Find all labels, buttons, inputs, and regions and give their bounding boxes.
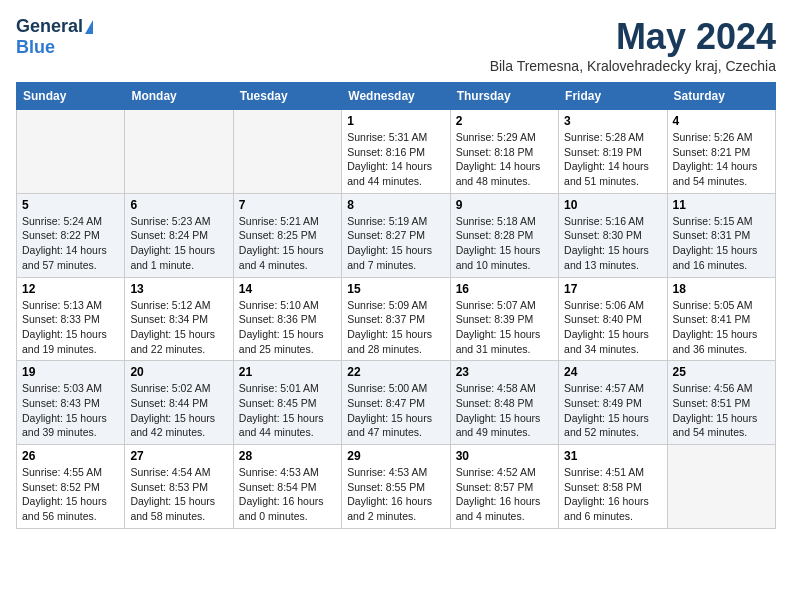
calendar-cell: 18Sunrise: 5:05 AM Sunset: 8:41 PM Dayli… [667, 277, 775, 361]
day-info: Sunrise: 4:55 AM Sunset: 8:52 PM Dayligh… [22, 465, 119, 524]
calendar-cell: 28Sunrise: 4:53 AM Sunset: 8:54 PM Dayli… [233, 445, 341, 529]
day-info: Sunrise: 5:13 AM Sunset: 8:33 PM Dayligh… [22, 298, 119, 357]
day-info: Sunrise: 4:58 AM Sunset: 8:48 PM Dayligh… [456, 381, 553, 440]
day-number: 19 [22, 365, 119, 379]
logo-blue-text: Blue [16, 37, 55, 58]
day-number: 29 [347, 449, 444, 463]
calendar-cell: 30Sunrise: 4:52 AM Sunset: 8:57 PM Dayli… [450, 445, 558, 529]
day-number: 5 [22, 198, 119, 212]
day-info: Sunrise: 5:02 AM Sunset: 8:44 PM Dayligh… [130, 381, 227, 440]
day-number: 22 [347, 365, 444, 379]
logo-triangle-icon [85, 20, 93, 34]
calendar-cell: 26Sunrise: 4:55 AM Sunset: 8:52 PM Dayli… [17, 445, 125, 529]
day-info: Sunrise: 5:21 AM Sunset: 8:25 PM Dayligh… [239, 214, 336, 273]
day-number: 15 [347, 282, 444, 296]
day-number: 3 [564, 114, 661, 128]
day-info: Sunrise: 4:53 AM Sunset: 8:55 PM Dayligh… [347, 465, 444, 524]
calendar-cell: 17Sunrise: 5:06 AM Sunset: 8:40 PM Dayli… [559, 277, 667, 361]
weekday-header-thursday: Thursday [450, 83, 558, 110]
day-info: Sunrise: 5:12 AM Sunset: 8:34 PM Dayligh… [130, 298, 227, 357]
calendar-cell: 1Sunrise: 5:31 AM Sunset: 8:16 PM Daylig… [342, 110, 450, 194]
calendar-cell: 31Sunrise: 4:51 AM Sunset: 8:58 PM Dayli… [559, 445, 667, 529]
calendar-cell [17, 110, 125, 194]
title-section: May 2024 Bila Tremesna, Kralovehradecky … [490, 16, 776, 74]
weekday-header-monday: Monday [125, 83, 233, 110]
day-info: Sunrise: 5:03 AM Sunset: 8:43 PM Dayligh… [22, 381, 119, 440]
logo-general-text: General [16, 16, 83, 37]
day-number: 16 [456, 282, 553, 296]
day-info: Sunrise: 5:09 AM Sunset: 8:37 PM Dayligh… [347, 298, 444, 357]
weekday-header-friday: Friday [559, 83, 667, 110]
day-number: 25 [673, 365, 770, 379]
day-number: 9 [456, 198, 553, 212]
calendar-cell [233, 110, 341, 194]
day-info: Sunrise: 5:26 AM Sunset: 8:21 PM Dayligh… [673, 130, 770, 189]
day-info: Sunrise: 5:28 AM Sunset: 8:19 PM Dayligh… [564, 130, 661, 189]
calendar-cell: 20Sunrise: 5:02 AM Sunset: 8:44 PM Dayli… [125, 361, 233, 445]
day-number: 14 [239, 282, 336, 296]
day-number: 8 [347, 198, 444, 212]
day-number: 30 [456, 449, 553, 463]
logo: General Blue [16, 16, 93, 58]
day-info: Sunrise: 4:56 AM Sunset: 8:51 PM Dayligh… [673, 381, 770, 440]
calendar-cell: 21Sunrise: 5:01 AM Sunset: 8:45 PM Dayli… [233, 361, 341, 445]
calendar-week-row: 19Sunrise: 5:03 AM Sunset: 8:43 PM Dayli… [17, 361, 776, 445]
calendar-cell: 24Sunrise: 4:57 AM Sunset: 8:49 PM Dayli… [559, 361, 667, 445]
calendar-cell: 15Sunrise: 5:09 AM Sunset: 8:37 PM Dayli… [342, 277, 450, 361]
month-title: May 2024 [490, 16, 776, 58]
day-info: Sunrise: 5:19 AM Sunset: 8:27 PM Dayligh… [347, 214, 444, 273]
day-info: Sunrise: 5:16 AM Sunset: 8:30 PM Dayligh… [564, 214, 661, 273]
calendar-cell: 23Sunrise: 4:58 AM Sunset: 8:48 PM Dayli… [450, 361, 558, 445]
calendar-cell: 3Sunrise: 5:28 AM Sunset: 8:19 PM Daylig… [559, 110, 667, 194]
day-number: 24 [564, 365, 661, 379]
weekday-header-tuesday: Tuesday [233, 83, 341, 110]
day-info: Sunrise: 5:00 AM Sunset: 8:47 PM Dayligh… [347, 381, 444, 440]
calendar-cell: 5Sunrise: 5:24 AM Sunset: 8:22 PM Daylig… [17, 193, 125, 277]
calendar-cell: 19Sunrise: 5:03 AM Sunset: 8:43 PM Dayli… [17, 361, 125, 445]
day-info: Sunrise: 5:24 AM Sunset: 8:22 PM Dayligh… [22, 214, 119, 273]
location-subtitle: Bila Tremesna, Kralovehradecky kraj, Cze… [490, 58, 776, 74]
calendar-cell: 4Sunrise: 5:26 AM Sunset: 8:21 PM Daylig… [667, 110, 775, 194]
calendar-cell: 10Sunrise: 5:16 AM Sunset: 8:30 PM Dayli… [559, 193, 667, 277]
calendar-cell: 7Sunrise: 5:21 AM Sunset: 8:25 PM Daylig… [233, 193, 341, 277]
calendar-cell: 9Sunrise: 5:18 AM Sunset: 8:28 PM Daylig… [450, 193, 558, 277]
day-number: 18 [673, 282, 770, 296]
day-number: 6 [130, 198, 227, 212]
calendar-cell: 11Sunrise: 5:15 AM Sunset: 8:31 PM Dayli… [667, 193, 775, 277]
weekday-header-saturday: Saturday [667, 83, 775, 110]
calendar-week-row: 1Sunrise: 5:31 AM Sunset: 8:16 PM Daylig… [17, 110, 776, 194]
day-number: 10 [564, 198, 661, 212]
calendar-cell: 27Sunrise: 4:54 AM Sunset: 8:53 PM Dayli… [125, 445, 233, 529]
day-number: 7 [239, 198, 336, 212]
day-number: 28 [239, 449, 336, 463]
day-info: Sunrise: 4:53 AM Sunset: 8:54 PM Dayligh… [239, 465, 336, 524]
day-number: 12 [22, 282, 119, 296]
calendar-cell: 6Sunrise: 5:23 AM Sunset: 8:24 PM Daylig… [125, 193, 233, 277]
weekday-header-row: SundayMondayTuesdayWednesdayThursdayFrid… [17, 83, 776, 110]
day-info: Sunrise: 5:10 AM Sunset: 8:36 PM Dayligh… [239, 298, 336, 357]
day-info: Sunrise: 4:52 AM Sunset: 8:57 PM Dayligh… [456, 465, 553, 524]
calendar-cell: 22Sunrise: 5:00 AM Sunset: 8:47 PM Dayli… [342, 361, 450, 445]
weekday-header-sunday: Sunday [17, 83, 125, 110]
day-info: Sunrise: 5:01 AM Sunset: 8:45 PM Dayligh… [239, 381, 336, 440]
calendar-cell: 14Sunrise: 5:10 AM Sunset: 8:36 PM Dayli… [233, 277, 341, 361]
day-number: 26 [22, 449, 119, 463]
day-number: 21 [239, 365, 336, 379]
calendar-cell: 8Sunrise: 5:19 AM Sunset: 8:27 PM Daylig… [342, 193, 450, 277]
calendar-cell: 13Sunrise: 5:12 AM Sunset: 8:34 PM Dayli… [125, 277, 233, 361]
day-info: Sunrise: 5:18 AM Sunset: 8:28 PM Dayligh… [456, 214, 553, 273]
day-number: 17 [564, 282, 661, 296]
page-header: General Blue May 2024 Bila Tremesna, Kra… [16, 16, 776, 74]
day-number: 20 [130, 365, 227, 379]
day-number: 11 [673, 198, 770, 212]
day-info: Sunrise: 4:57 AM Sunset: 8:49 PM Dayligh… [564, 381, 661, 440]
day-info: Sunrise: 5:05 AM Sunset: 8:41 PM Dayligh… [673, 298, 770, 357]
day-number: 13 [130, 282, 227, 296]
calendar-week-row: 12Sunrise: 5:13 AM Sunset: 8:33 PM Dayli… [17, 277, 776, 361]
day-info: Sunrise: 5:07 AM Sunset: 8:39 PM Dayligh… [456, 298, 553, 357]
weekday-header-wednesday: Wednesday [342, 83, 450, 110]
day-number: 31 [564, 449, 661, 463]
day-info: Sunrise: 4:54 AM Sunset: 8:53 PM Dayligh… [130, 465, 227, 524]
calendar-table: SundayMondayTuesdayWednesdayThursdayFrid… [16, 82, 776, 529]
day-info: Sunrise: 5:29 AM Sunset: 8:18 PM Dayligh… [456, 130, 553, 189]
